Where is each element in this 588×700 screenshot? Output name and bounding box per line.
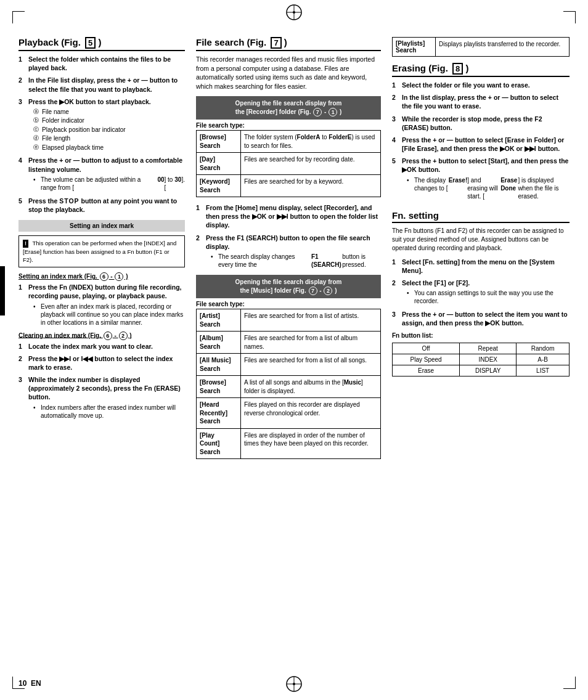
playback-steps: 1 Select the folder which contains the f… <box>18 55 185 214</box>
box2-subtitle: File search type: <box>196 301 381 307</box>
fn-step-3: 3 Press the + or — button to select the … <box>392 310 570 327</box>
table-row: [PlayCount]Search Files are displayed in… <box>197 428 381 459</box>
playback-step-1: 1 Select the folder which contains the f… <box>18 55 185 72</box>
table-row: Erase DISPLAY LIST <box>393 365 570 376</box>
corner-mark-tl <box>12 11 25 23</box>
alpha-d: ⓓFile length <box>33 134 185 143</box>
file-search-section: File search (Fig. 7 ) This recorder mana… <box>196 37 381 465</box>
search-box-recorder: Opening the file search display from the… <box>196 96 381 120</box>
erase-step-1: 1 Select the folder or file you want to … <box>392 81 570 89</box>
search-table-recorder: [Browse]Search The folder system (Folder… <box>196 130 381 197</box>
corner-mark-br <box>563 677 576 689</box>
erasing-fig-num: 8 <box>452 63 463 75</box>
page: Playback (Fig. 5 ) 1 Select the folder w… <box>0 0 588 700</box>
fn-step-2: 2 Select the [F1] or [F2]. You can assig… <box>392 279 570 306</box>
fn-setting-steps: 1 Select [Fn. setting] from the menu on … <box>392 258 570 328</box>
file-search-fig-num: 7 <box>271 37 281 49</box>
alpha-a: ⓐFile name <box>33 108 185 116</box>
table-row: [Artist]Search Files are searched for fr… <box>197 309 381 332</box>
fn-setting-title: Fn. setting <box>392 210 570 223</box>
erase-step-3: 3 While the recorder is stop mode, press… <box>392 115 570 132</box>
setting-index-steps: 1 Press the Fn (INDEX) button during fil… <box>18 283 185 327</box>
table-row: [Keyword]Search Files are searched for b… <box>197 175 381 197</box>
erase-step-2: 2 In the list display, press the + or — … <box>392 93 570 110</box>
table-row: [Browse]Search The folder system (Folder… <box>197 131 381 153</box>
fn-step-1: 1 Select [Fn. setting] from the menu on … <box>392 258 570 275</box>
clearing-index-steps: 1 Locate the index mark you want to clea… <box>18 342 185 421</box>
fn-setting-intro: The Fn buttons (F1 and F2) of this recor… <box>392 227 570 253</box>
alpha-c: ⓒPlayback position bar indicator <box>33 126 185 134</box>
table-row: Off Repeat Random <box>393 343 570 354</box>
clear-index-step-3: 3 While the index number is displayed (a… <box>18 375 185 421</box>
svg-point-3 <box>293 11 295 14</box>
playback-title: Playback (Fig. 5 ) <box>18 37 185 51</box>
table-row: [Browse]Search A list of all songs and a… <box>197 376 381 398</box>
erasing-steps: 1 Select the folder or file you want to … <box>392 81 570 201</box>
table-row: [Day]Search Files are searched for by re… <box>197 153 381 175</box>
fn-table-title: Fn button list: <box>392 332 570 339</box>
index-warning-box: ! This operation can be performed when t… <box>18 235 185 267</box>
erasing-title: Erasing (Fig. 8 ) <box>392 63 570 77</box>
box1-subtitle: File search type: <box>196 122 381 129</box>
clearing-index-title: Clearing an index mark (Fig. 6 - 2 ) <box>18 332 185 340</box>
playback-step-3: 3 Press the ▶OK button to start playback… <box>18 97 185 153</box>
erase-step-4: 4 Press the + or — button to select [Era… <box>392 136 570 153</box>
search-box-music: Opening the file search display from the… <box>196 275 381 298</box>
right-section: [Playlists]Search Displays playlists tra… <box>392 37 570 465</box>
file-search-title: File search (Fig. 7 ) <box>196 37 381 51</box>
playback-fig-num: 5 <box>85 37 96 49</box>
table-row: [HeardRecently]Search Files played on th… <box>197 398 381 429</box>
alpha-e: ⓔElapsed playback time <box>33 144 185 152</box>
playback-step-2: 2 In the File list display, press the + … <box>18 76 185 93</box>
playback-step-4: 4 Press the + or — button to adjust to a… <box>18 156 185 192</box>
clear-index-step-2: 2 Press the ▶▶I or I◀◀ button to select … <box>18 354 185 372</box>
set-index-step-1: 1 Press the Fn (INDEX) button during fil… <box>18 283 185 327</box>
index-mark-header: Setting an index mark <box>18 220 185 232</box>
table-row: [All Music]Search Files are searched for… <box>197 354 381 376</box>
clear-index-step-1: 1 Locate the index mark you want to clea… <box>18 342 185 351</box>
svg-point-7 <box>293 683 295 685</box>
fn-button-table: Off Repeat Random Play Speed INDEX A-B E… <box>392 343 570 376</box>
erase-step-5: 5 Press the + button to select [Start], … <box>392 157 570 201</box>
compass-bottom-icon <box>285 675 303 694</box>
page-marker-strip <box>0 266 5 315</box>
table-row: Play Speed INDEX A-B <box>393 354 570 365</box>
file-search-intro: This recorder manages recorded files and… <box>196 55 381 91</box>
setting-index-title: Setting an index mark (Fig. 6 - 1 ) <box>18 272 185 281</box>
compass-top-icon <box>285 4 303 22</box>
search-rec-step-1: 1 From the [Home] menu display, select [… <box>196 203 381 230</box>
search-rec-step-2: 2 Press the F1 (SEARCH) button to open t… <box>196 234 381 270</box>
corner-mark-tr <box>563 11 576 23</box>
playback-step-5: 5 Press the STOP button at any point you… <box>18 197 185 214</box>
search-table-music: [Artist]Search Files are searched for fr… <box>196 309 381 459</box>
search-recorder-steps: 1 From the [Home] menu display, select [… <box>196 203 381 270</box>
table-row: [Album]Search Files are searched for fro… <box>197 332 381 354</box>
alpha-b: ⓑFolder indicator <box>33 116 185 125</box>
playback-section: Playback (Fig. 5 ) 1 Select the folder w… <box>18 37 185 465</box>
page-number: 10 EN <box>18 679 41 688</box>
playlists-box: [Playlists]Search Displays playlists tra… <box>392 37 570 57</box>
